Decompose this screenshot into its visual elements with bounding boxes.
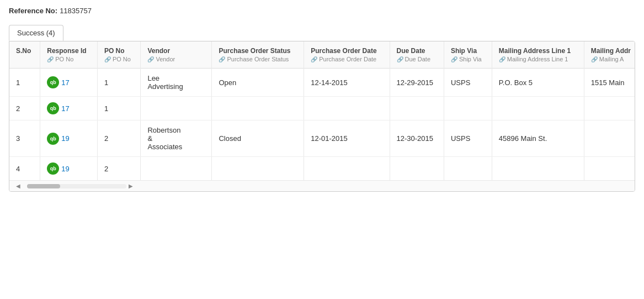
col-vendor: Vendor 🔗 Vendor bbox=[141, 41, 212, 69]
col-po-status: Purchase Order Status 🔗 Purchase Order S… bbox=[212, 41, 304, 69]
col-sno: S.No bbox=[9, 41, 40, 69]
col-mail-addr2: Mailing Addr 🔗 Mailing A bbox=[584, 41, 635, 69]
cell-po-no: 2 bbox=[97, 120, 141, 157]
scroll-left-arrow[interactable]: ◀ bbox=[14, 183, 23, 189]
response-id-link[interactable]: 19 bbox=[61, 134, 69, 143]
horizontal-scrollbar[interactable]: ◀ ▶ bbox=[9, 180, 635, 191]
cell-mail-addr2 bbox=[584, 157, 635, 181]
response-id-link[interactable]: 19 bbox=[61, 165, 69, 173]
col-po-date: Purchase Order Date 🔗 Purchase Order Dat… bbox=[304, 41, 390, 69]
reference-row: Reference No: 11835757 bbox=[9, 7, 635, 15]
cell-sno: 1 bbox=[9, 69, 40, 97]
cell-sno: 2 bbox=[9, 97, 40, 120]
scroll-track[interactable] bbox=[27, 184, 126, 188]
cell-sno: 3 bbox=[9, 120, 40, 157]
cell-vendor bbox=[141, 157, 212, 181]
cell-due-date: 12-29-2015 bbox=[390, 69, 444, 97]
cell-po-status bbox=[212, 97, 304, 120]
link-icon-po-date: 🔗 bbox=[311, 56, 317, 62]
tab-bar: Success (4) bbox=[9, 25, 635, 41]
link-icon-response-id: 🔗 bbox=[47, 56, 54, 62]
cell-ship-via bbox=[444, 97, 492, 120]
cell-mail-addr2 bbox=[584, 120, 635, 157]
cell-po-status bbox=[212, 157, 304, 181]
cell-po-date bbox=[304, 97, 390, 120]
scroll-thumb[interactable] bbox=[27, 184, 60, 188]
main-table: S.No Response Id 🔗 PO No PO No 🔗 PO bbox=[9, 41, 635, 180]
table-row: 3 qb 19 2 Robertson&Associates Closed 12… bbox=[9, 120, 635, 157]
cell-mail-addr1 bbox=[492, 157, 584, 181]
cell-due-date bbox=[390, 97, 444, 120]
cell-ship-via: USPS bbox=[444, 69, 492, 97]
cell-po-status: Open bbox=[212, 69, 304, 97]
cell-po-date: 12-14-2015 bbox=[304, 69, 390, 97]
link-icon-mail-addr1: 🔗 bbox=[499, 56, 505, 62]
cell-vendor: LeeAdvertising bbox=[141, 69, 212, 97]
cell-po-no: 2 bbox=[97, 157, 141, 181]
reference-label: Reference No: bbox=[9, 7, 57, 15]
page-container: Reference No: 11835757 Success (4) S.No … bbox=[0, 0, 644, 198]
cell-mail-addr2 bbox=[584, 97, 635, 120]
cell-po-no: 1 bbox=[97, 97, 141, 120]
link-icon-vendor: 🔗 bbox=[147, 56, 154, 62]
link-icon-mail-addr2: 🔗 bbox=[591, 56, 598, 62]
qb-icon: qb bbox=[47, 133, 59, 145]
cell-response-id: qb 17 bbox=[40, 97, 98, 120]
table-wrapper: S.No Response Id 🔗 PO No PO No 🔗 PO bbox=[9, 41, 635, 192]
cell-vendor: Robertson&Associates bbox=[141, 120, 212, 157]
qb-icon: qb bbox=[47, 76, 59, 88]
table-header-row: S.No Response Id 🔗 PO No PO No 🔗 PO bbox=[9, 41, 635, 69]
col-po-no: PO No 🔗 PO No bbox=[97, 41, 141, 69]
cell-mail-addr2: 1515 Main bbox=[584, 69, 635, 97]
table-row: 2 qb 17 1 bbox=[9, 97, 635, 120]
cell-ship-via: USPS bbox=[444, 120, 492, 157]
cell-sno: 4 bbox=[9, 157, 40, 181]
cell-po-date: 12-01-2015 bbox=[304, 120, 390, 157]
cell-po-status: Closed bbox=[212, 120, 304, 157]
cell-ship-via bbox=[444, 157, 492, 181]
cell-due-date bbox=[390, 157, 444, 181]
link-icon-po-no: 🔗 bbox=[104, 56, 111, 62]
tab-success-label: Success bbox=[17, 29, 44, 37]
response-id-link[interactable]: 17 bbox=[61, 104, 69, 113]
cell-response-id: qb 17 bbox=[40, 69, 98, 97]
col-response-id: Response Id 🔗 PO No bbox=[40, 41, 98, 69]
col-mail-addr1: Mailing Address Line 1 🔗 Mailing Address… bbox=[492, 41, 584, 69]
qb-icon: qb bbox=[47, 102, 59, 114]
cell-mail-addr1 bbox=[492, 97, 584, 120]
cell-po-date bbox=[304, 157, 390, 181]
link-icon-ship-via: 🔗 bbox=[451, 56, 457, 62]
cell-mail-addr1: 45896 Main St. bbox=[492, 120, 584, 157]
tab-success-count: (4) bbox=[46, 29, 55, 37]
col-ship-via: Ship Via 🔗 Ship Via bbox=[444, 41, 492, 69]
col-due-date: Due Date 🔗 Due Date bbox=[390, 41, 444, 69]
qb-icon: qb bbox=[47, 162, 59, 175]
tab-success[interactable]: Success (4) bbox=[9, 25, 63, 41]
cell-mail-addr1: P.O. Box 5 bbox=[492, 69, 584, 97]
cell-po-no: 1 bbox=[97, 69, 141, 97]
reference-value: 11835757 bbox=[60, 7, 92, 15]
cell-due-date: 12-30-2015 bbox=[390, 120, 444, 157]
link-icon-po-status: 🔗 bbox=[219, 56, 225, 62]
table-row: 4 qb 19 2 bbox=[9, 157, 635, 181]
scroll-right-arrow[interactable]: ▶ bbox=[126, 183, 135, 189]
link-icon-due-date: 🔗 bbox=[397, 56, 403, 62]
table-row: 1 qb 17 1 LeeAdvertising Open 12-14-2015… bbox=[9, 69, 635, 97]
cell-vendor bbox=[141, 97, 212, 120]
cell-response-id: qb 19 bbox=[40, 157, 98, 181]
cell-response-id: qb 19 bbox=[40, 120, 98, 157]
response-id-link[interactable]: 17 bbox=[61, 78, 69, 87]
